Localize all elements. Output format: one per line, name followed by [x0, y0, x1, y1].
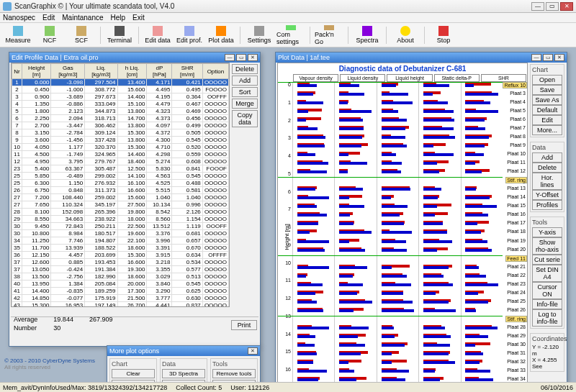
maximize-button[interactable]: ▭ [546, 2, 559, 11]
table-row[interactable]: 4315.30016.953197.14926.7004.4410.837OOO… [12, 302, 229, 308]
dina4-button[interactable]: Set DIN A4 [532, 265, 562, 282]
delete-button[interactable]: Delete [232, 64, 258, 74]
table-row[interactable]: 104.0501.177320.37015.3004.7100.520OOOOO [12, 144, 229, 151]
plot-area[interactable]: Diagnostic data of Debutanizer C-681 Vap… [277, 63, 528, 382]
profile-max-button[interactable]: ▭ [236, 54, 246, 61]
remove-tools-button[interactable]: Remove tools [212, 369, 256, 378]
profile-titlebar[interactable]: Edit Profile Data | Extra oil.pro — ▭ ✕ [9, 53, 260, 63]
col-header[interactable]: Gas [kg/m3] [51, 64, 85, 79]
table-row[interactable]: 93.600-1.456337.42813.8004.3000.545OOOOO [12, 137, 229, 144]
profiles-button[interactable]: Profiles [532, 200, 562, 210]
clear-button[interactable]: Clear [112, 369, 155, 378]
table-row[interactable]: 298.55034.663238.92218.0008.5601.154OOOO… [12, 216, 229, 223]
menu-maintanance[interactable]: Maintanance [62, 14, 103, 22]
editdata-button[interactable]: Edit data [143, 24, 173, 46]
yoff-button[interactable]: Y-Offset [532, 190, 562, 200]
col-header[interactable]: SHR [m/m] [172, 64, 202, 79]
table-row[interactable]: 3612.1504.457203.69915.3003.9150.634OFFF… [12, 252, 229, 259]
table-row[interactable]: 266.7500.848311.37316.6005.5150.581OOOOO [12, 187, 229, 194]
profile-close-button[interactable]: ✕ [248, 54, 258, 61]
stop-button[interactable]: Stop [428, 24, 459, 46]
table-row[interactable]: 309.45072.843250.21122.50013.5121.119OOO… [12, 223, 229, 230]
table-row[interactable]: 235.40063.367305.48712.5005.8300.841FOOO… [12, 165, 229, 173]
table-row[interactable]: 3712.6000.885193.45316.6003.2180.534OOOO… [12, 259, 229, 266]
delete-button[interactable]: Delete [532, 163, 562, 173]
table-row[interactable]: 3411.2507.746194.80722.1003.9960.657OOOO… [12, 237, 229, 245]
packngo-button[interactable]: Pack'n Go [314, 24, 344, 46]
menu-nanospec[interactable]: Nanospec [3, 14, 35, 22]
table-row[interactable]: 72.700-3.447306.46213.8004.0970.499OOOOO [12, 122, 229, 129]
table-row[interactable]: 4114.400-0.835189.25917.3003.2900.625OOO… [12, 288, 229, 295]
table-row[interactable]: 10.000-3.098297.50413.4004.1710.421OOOOO [12, 79, 229, 86]
ncf-button[interactable]: NCF [35, 24, 65, 46]
comset-button[interactable]: Com settings [276, 24, 306, 46]
loginfo-button[interactable]: Log to info-file [532, 309, 562, 327]
col-header[interactable]: h Liq. [cm] [117, 64, 147, 79]
menu-edit[interactable]: Edit [42, 14, 55, 22]
plot-min-button[interactable]: — [531, 54, 541, 61]
table-row[interactable]: 83.150-2.784309.12415.3004.3720.505OOOOO [12, 129, 229, 137]
options-titlebar[interactable]: More plot options ✕ [107, 346, 260, 356]
add-button[interactable]: Add [232, 76, 258, 86]
terminal-button[interactable]: Terminal [104, 24, 135, 46]
table-row[interactable]: 41.350-0.886333.04915.1004.4790.467OOOOO [12, 101, 229, 108]
showrho-button[interactable]: Show rho-axis [532, 237, 562, 255]
plot-titlebar[interactable]: Plot Data | 1af.tee — ▭ ✕ [276, 53, 567, 63]
col-header[interactable]: Liq. [kg/m3] [85, 64, 117, 79]
col-header[interactable]: Nr [12, 64, 22, 79]
profile-grid[interactable]: NrHeight [m]Gas [kg/m3]Liq. [kg/m3]h Liq… [11, 63, 230, 307]
table-row[interactable]: 255.850-0.489299.00214.1004.5630.545OOOO… [12, 173, 229, 180]
minimize-button[interactable]: — [531, 2, 544, 11]
merge-button[interactable]: Merge [232, 99, 258, 109]
table-row[interactable]: 288.100152.098265.39619.8008.5422.126OOO… [12, 209, 229, 216]
measure-button[interactable]: Measure [3, 24, 33, 46]
menu-help[interactable]: Help [111, 14, 126, 22]
infofile-button[interactable]: Info-file [532, 299, 562, 309]
table-row[interactable]: 3813.500-2.756182.99018.6003.0290.513OOO… [12, 273, 229, 281]
table-row[interactable]: 30.900-3.689297.67314.4004.1950.364OOFFF [12, 94, 229, 101]
plotdata-button[interactable]: Plot data [206, 24, 236, 46]
table-row[interactable]: 256.3001.150276.93216.1004.5250.488OOOOO [12, 180, 229, 187]
table-row[interactable]: 277.650110.324345.19727.50010.1340.996OO… [12, 201, 229, 209]
plot-close-button[interactable]: ✕ [554, 54, 564, 61]
add-button[interactable]: Add [532, 152, 562, 163]
save-button[interactable]: Save [532, 85, 562, 95]
-d-spectra-button[interactable]: 3D Spectra [162, 369, 205, 378]
settings-button[interactable]: Settings [244, 24, 274, 46]
editprof-button[interactable]: Edit prof. [174, 24, 204, 46]
menu-exit[interactable]: Exit [132, 14, 145, 22]
edit-button[interactable]: Edit [532, 115, 562, 125]
default-button[interactable]: Default [532, 105, 562, 115]
table-row[interactable]: 3511.70013.939188.52218.6003.3910.670OOO… [12, 245, 229, 252]
open-button[interactable]: Open [532, 75, 562, 85]
table-row[interactable]: 51.8002.123344.87313.8004.3230.469OOOOO [12, 108, 229, 115]
yaxis-button[interactable]: Y-axis [532, 227, 562, 237]
copy-data-button[interactable]: Copy data [232, 110, 258, 127]
cutserie-button[interactable]: Cut serie [532, 255, 562, 265]
profile-min-button[interactable]: — [225, 54, 235, 61]
sort-button[interactable]: Sort [232, 87, 258, 97]
col-header[interactable]: Height [m] [22, 64, 50, 79]
table-row[interactable]: 62.2502.094318.71314.7004.3730.456OOOOO [12, 115, 229, 122]
scf-button[interactable]: SCF [66, 24, 96, 46]
plot-max-button[interactable]: ▭ [543, 54, 553, 61]
col-header[interactable]: Option [202, 64, 228, 79]
print-button[interactable]: Print [231, 320, 257, 330]
hor-button[interactable]: Hor. lines [532, 173, 562, 190]
cursor-button[interactable]: Cursor ON [532, 282, 562, 299]
table-row[interactable]: 4214.850-0.077175.91921.5003.7770.630OOO… [12, 295, 229, 302]
col-header[interactable]: dP [hPa] [147, 64, 172, 79]
table-row[interactable]: 20.450-1.000308.77215.6004.4950.495FOOOO [12, 86, 229, 94]
table-row[interactable]: 124.9503.795279.76718.4005.2740.608OOOOO [12, 158, 229, 165]
saveas-button[interactable]: Save As [532, 95, 562, 105]
table-row[interactable]: 114.500-1.749324.96514.4004.2980.559OOOO… [12, 151, 229, 158]
close-button[interactable]: ✕ [560, 2, 573, 11]
table-row[interactable]: 3713.050-0.424191.38419.3003.3550.577OOO… [12, 266, 229, 273]
about-button[interactable]: About [390, 24, 420, 46]
table-row[interactable]: 4013.9501.384205.08420.0003.8400.545OOOO… [12, 281, 229, 288]
more-button[interactable]: More... [532, 125, 562, 135]
options-close-button[interactable]: ✕ [248, 347, 258, 355]
table-row[interactable]: 277.200108.440259.00215.6001.0401.040OOO… [12, 194, 229, 201]
table-row[interactable]: 3010.8008.984180.51719.6003.3760.681OOOO… [12, 230, 229, 237]
spectra-button[interactable]: Spectra [352, 24, 382, 46]
